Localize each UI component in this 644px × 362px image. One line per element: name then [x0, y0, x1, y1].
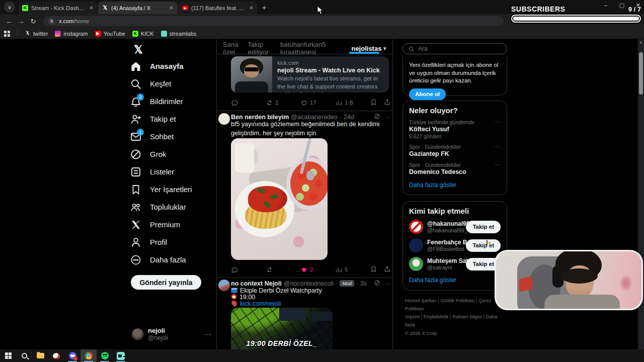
- tab-following[interactable]: Takip ediliyor: [248, 43, 280, 54]
- views-button[interactable]: 1 B: [335, 99, 370, 107]
- taskbar-search-button[interactable]: [16, 349, 32, 362]
- footer-link[interactable]: Erişilebilirlik: [424, 314, 452, 319]
- nav-item-communities[interactable]: Topluluklar: [130, 198, 213, 216]
- nav-item-grok[interactable]: Grok: [130, 145, 213, 163]
- paint-app-button[interactable]: [48, 349, 64, 362]
- address-bar[interactable]: ⇅ x.com/home: [43, 16, 504, 26]
- trend-more-icon[interactable]: ···: [494, 162, 501, 167]
- reply-button[interactable]: [231, 266, 266, 274]
- post-button[interactable]: Gönderi yayınla: [131, 275, 201, 290]
- spotify-button[interactable]: [97, 349, 113, 362]
- subscriber-goal-fill: [513, 17, 639, 21]
- nav-item-more[interactable]: Daha fazla: [130, 251, 213, 268]
- tab-close-icon[interactable]: ✕: [170, 5, 174, 11]
- bookmark-kick[interactable]: KKICK: [132, 31, 154, 37]
- discord-button[interactable]: [64, 349, 80, 362]
- repost-button[interactable]: 2: [266, 99, 300, 107]
- account-switcher[interactable]: nejoli @nejoli ···: [132, 327, 211, 341]
- share-button[interactable]: [383, 265, 391, 274]
- browser-tab-kick-dashboard[interactable]: K Stream - Kick Dashboard ✕: [18, 2, 98, 14]
- tweet2-display-name[interactable]: Ben nerden bileyim: [231, 114, 289, 121]
- follow-suggestion[interactable]: @hakanunal99_✓ @hakanunal99_ Takip et: [409, 220, 501, 234]
- kick-app-button[interactable]: [113, 349, 129, 362]
- bookmark-instagram[interactable]: instagram: [55, 31, 88, 37]
- trend-more-icon[interactable]: ···: [494, 144, 501, 149]
- tweet3-photo[interactable]: 19:00 DERBİ ÖZEL_: [231, 308, 333, 349]
- trend-item[interactable]: Spor · Gündemdekiler Gaziantep FK ···: [409, 144, 501, 157]
- nav-item-bookmarks[interactable]: Yer İşaretleri: [130, 180, 213, 198]
- chrome-button[interactable]: [80, 349, 97, 362]
- more-icon[interactable]: ···: [385, 114, 391, 120]
- follow-show-more[interactable]: Daha fazla göster: [409, 277, 456, 284]
- tweet2-handle[interactable]: @acabaneredeo: [291, 114, 338, 121]
- bookmark-button[interactable]: [370, 99, 377, 107]
- grok-actions-icon[interactable]: [374, 280, 380, 287]
- reply-button[interactable]: [231, 99, 266, 107]
- new-tab-button[interactable]: +: [262, 4, 266, 12]
- nav-item-premium[interactable]: Premium: [130, 216, 213, 233]
- trend-more-icon[interactable]: ···: [494, 119, 501, 125]
- tweet3-handle[interactable]: @nocontextnecoli: [284, 280, 334, 287]
- tweet3-avatar[interactable]: [218, 280, 230, 291]
- like-button[interactable]: 17: [300, 99, 335, 107]
- more-icon[interactable]: ···: [385, 281, 391, 287]
- follow-button[interactable]: Takip et: [466, 221, 501, 233]
- tweet3-header: no context Nejoli @nocontextnecoli · Mod…: [231, 280, 391, 287]
- follow-button[interactable]: Takip et: [466, 239, 501, 252]
- more-icon[interactable]: ···: [204, 331, 211, 337]
- follow-suggestion[interactable]: Fenerbahçe Beko✓ @FBBasketbol Takip et: [409, 238, 501, 252]
- nav-item-follow[interactable]: Takip et: [130, 110, 213, 128]
- bookmark-button[interactable]: [370, 265, 377, 274]
- subscribe-button[interactable]: Abone ol: [409, 88, 446, 100]
- browser-tab-youtube[interactable]: ▶ (117) Batuflex feat. Burak Balka ✕: [178, 2, 258, 14]
- trend-item[interactable]: Türkiye tarihinde gündemde Köfteci Yusuf…: [409, 119, 501, 139]
- tab-close-icon[interactable]: ✕: [90, 5, 94, 11]
- scrollbar-thumb[interactable]: [639, 52, 643, 95]
- footer-link[interactable]: Imprint: [405, 314, 424, 319]
- tweet3-link[interactable]: kick.com/nejoli: [240, 300, 281, 307]
- trend-item[interactable]: Spor · Gündemdekiler Domenico Tedesco ··…: [409, 162, 501, 175]
- nav-item-lists[interactable]: Listeler: [130, 163, 213, 180]
- share-button[interactable]: [383, 99, 391, 107]
- site-settings-icon[interactable]: ⇅: [48, 18, 55, 25]
- nav-item-profile[interactable]: Profil: [130, 233, 213, 251]
- tweet3-timestamp[interactable]: 3s: [360, 280, 367, 287]
- footer-link[interactable]: Hizmet Şartları: [405, 298, 441, 303]
- bookmark-twitter[interactable]: 𝕏twitter: [25, 31, 48, 37]
- tab-for-you[interactable]: Sana özel: [223, 43, 248, 54]
- like-button-liked[interactable]: 2: [300, 266, 335, 274]
- nav-item-explore[interactable]: Keşfet: [130, 75, 213, 93]
- views-button[interactable]: 5: [335, 266, 370, 274]
- scrollbar-up-arrow[interactable]: ▲: [638, 41, 644, 44]
- bookmark-streamlabs[interactable]: streamlabs: [161, 31, 197, 37]
- footer-link[interactable]: Gizlilik Politikası: [441, 298, 479, 303]
- repost-button[interactable]: [266, 266, 300, 274]
- tweet2-timestamp[interactable]: 24d: [344, 114, 354, 121]
- tab-list-nejolistas[interactable]: nejolistas∨: [351, 43, 386, 54]
- reload-button[interactable]: ↻: [27, 18, 39, 25]
- tweet1-link-card[interactable]: kick.com nejoli Stream - Watch Live on K…: [231, 56, 389, 93]
- tab-list-kiraathanesi[interactable]: batuhanfurkan5 kıraathanesi: [280, 43, 351, 54]
- trends-show-more[interactable]: Daha fazla göster: [409, 182, 456, 189]
- tweet3-display-name[interactable]: no context Nejoli: [231, 280, 282, 287]
- browser-tab-x-home[interactable]: 𝕏 (4) Anasayfa / X ✕: [98, 2, 178, 14]
- tweet2-avatar[interactable]: [218, 113, 230, 125]
- search-input[interactable]: Ara: [403, 43, 507, 54]
- footer-link[interactable]: Reklam bilgisi: [452, 314, 486, 319]
- back-button[interactable]: ←: [3, 18, 15, 25]
- bookmark-youtube[interactable]: ▶YouTube: [95, 31, 125, 37]
- tab-close-icon[interactable]: ✕: [250, 5, 254, 11]
- tab-search-button[interactable]: ∨: [4, 2, 15, 13]
- nav-item-messages[interactable]: 1 Sohbet: [130, 128, 213, 145]
- tweet2-photo[interactable]: [231, 138, 328, 260]
- file-explorer-button[interactable]: [32, 349, 48, 362]
- follow-suggestion[interactable]: Muhteşem Satrayni✓ @satrayni Takip et: [409, 257, 501, 271]
- apps-grid-icon[interactable]: [4, 31, 10, 37]
- nav-item-notifications[interactable]: 3 Bildirimler: [130, 93, 213, 110]
- grok-actions-icon[interactable]: [374, 113, 380, 121]
- x-logo[interactable]: 𝕏: [134, 43, 143, 56]
- nav-item-home[interactable]: Anasayfa: [130, 57, 213, 75]
- start-button[interactable]: [0, 349, 16, 362]
- url-path: /home: [73, 18, 89, 24]
- forward-button[interactable]: →: [15, 18, 27, 25]
